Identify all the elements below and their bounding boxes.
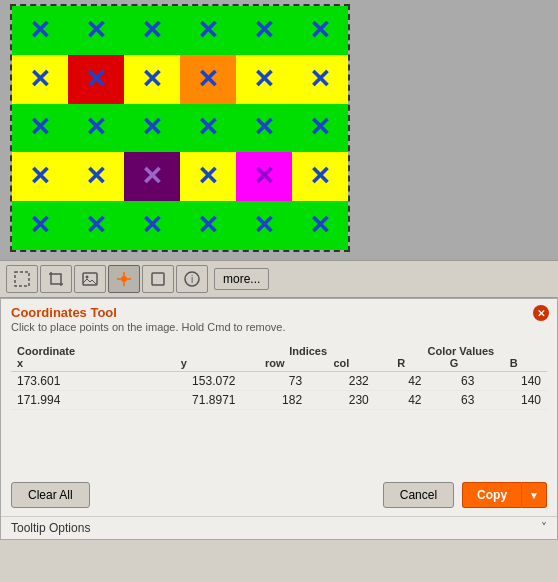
cell-2-2: ✕ (124, 104, 180, 153)
tooltip-options-label: Tooltip Options (11, 521, 541, 535)
cell-4-5: ✕ (292, 201, 348, 250)
clear-all-button[interactable]: Clear All (11, 482, 90, 508)
cell-r-1: 42 (375, 391, 428, 410)
cell-2-4: ✕ (236, 104, 292, 153)
indices-group-header: Indices (242, 343, 375, 357)
col-header-g: G (428, 357, 481, 372)
cell-1-5: ✕ (292, 55, 348, 104)
cell-0-4: ✕ (236, 6, 292, 55)
coordinates-table: Coordinate Indices Color Values x y row … (11, 343, 547, 410)
cell-y-0: 153.072 (126, 372, 241, 391)
cell-x-1: 171.994 (11, 391, 126, 410)
cell-0-5: ✕ (292, 6, 348, 55)
copy-dropdown-button[interactable]: ▼ (521, 482, 547, 508)
coordinate-group-header: Coordinate (11, 343, 242, 357)
cell-row-1: 182 (242, 391, 309, 410)
cell-2-5: ✕ (292, 104, 348, 153)
table-row: 173.601 153.072 73 232 42 63 140 (11, 372, 547, 391)
svg-rect-8 (152, 273, 164, 285)
cell-1-1: ✕ (68, 55, 124, 104)
col-header-x: x (11, 357, 126, 372)
col-header-col: col (308, 357, 375, 372)
shape-tool-button[interactable] (142, 265, 174, 293)
cell-2-1: ✕ (68, 104, 124, 153)
cell-row-0: 73 (242, 372, 309, 391)
cell-0-1: ✕ (68, 6, 124, 55)
cell-b-0: 140 (480, 372, 547, 391)
cell-g-1: 63 (428, 391, 481, 410)
close-button[interactable]: ✕ (533, 305, 549, 321)
table-row: 171.994 71.8971 182 230 42 63 140 (11, 391, 547, 410)
coordinates-tool-button[interactable] (108, 265, 140, 293)
cell-1-3: ✕ (180, 55, 236, 104)
cell-2-0: ✕ (12, 104, 68, 153)
cancel-button[interactable]: Cancel (383, 482, 454, 508)
crop-tool-button[interactable] (40, 265, 72, 293)
svg-point-3 (121, 276, 127, 282)
cell-1-2: ✕ (124, 55, 180, 104)
cell-col-1: 230 (308, 391, 375, 410)
svg-point-2 (86, 276, 89, 279)
image-canvas[interactable]: ✕ ✕ ✕ ✕ ✕ ✕ ✕ ✕ ✕ ✕ ✕ ✕ ✕ ✕ ✕ ✕ ✕ ✕ ✕ ✕ … (10, 4, 350, 252)
panel-subtitle: Click to place points on the image. Hold… (11, 321, 547, 333)
cell-4-1: ✕ (68, 201, 124, 250)
color-values-group-header: Color Values (375, 343, 547, 357)
cell-3-1: ✕ (68, 152, 124, 201)
cell-3-5: ✕ (292, 152, 348, 201)
cell-3-0: ✕ (12, 152, 68, 201)
coordinates-panel: Coordinates Tool Click to place points o… (0, 298, 558, 540)
image-tool-button[interactable] (74, 265, 106, 293)
right-buttons: Cancel Copy ▼ (383, 482, 547, 508)
cell-1-0: ✕ (12, 55, 68, 104)
cell-1-4: ✕ (236, 55, 292, 104)
copy-button-group: Copy ▼ (462, 482, 547, 508)
tooltip-options-arrow-icon: ˅ (541, 521, 547, 535)
cell-col-0: 232 (308, 372, 375, 391)
cell-b-1: 140 (480, 391, 547, 410)
copy-button[interactable]: Copy (462, 482, 521, 508)
cell-0-3: ✕ (180, 6, 236, 55)
more-button[interactable]: more... (214, 268, 269, 290)
selection-tool-button[interactable] (6, 265, 38, 293)
col-header-row: row (242, 357, 309, 372)
spacer (1, 414, 557, 474)
cell-4-4: ✕ (236, 201, 292, 250)
cell-3-2: ✕ (124, 152, 180, 201)
table-wrapper: Coordinate Indices Color Values x y row … (1, 335, 557, 414)
cell-x-0: 173.601 (11, 372, 126, 391)
cell-0-2: ✕ (124, 6, 180, 55)
panel-footer: Clear All Cancel Copy ▼ (1, 474, 557, 516)
svg-text:i: i (191, 274, 193, 285)
toolbar: i more... (0, 260, 558, 298)
panel-header: Coordinates Tool Click to place points o… (1, 299, 557, 335)
cell-3-3: ✕ (180, 152, 236, 201)
col-header-y: y (126, 357, 241, 372)
col-header-b: B (480, 357, 547, 372)
cell-4-3: ✕ (180, 201, 236, 250)
panel-title: Coordinates Tool (11, 305, 547, 320)
table-sub-header-row: x y row col R G B (11, 357, 547, 372)
cell-0-0: ✕ (12, 6, 68, 55)
cell-2-3: ✕ (180, 104, 236, 153)
cell-4-2: ✕ (124, 201, 180, 250)
info-tool-button[interactable]: i (176, 265, 208, 293)
image-grid: ✕ ✕ ✕ ✕ ✕ ✕ ✕ ✕ ✕ ✕ ✕ ✕ ✕ ✕ ✕ ✕ ✕ ✕ ✕ ✕ … (12, 6, 348, 250)
cell-r-0: 42 (375, 372, 428, 391)
cell-y-1: 71.8971 (126, 391, 241, 410)
svg-rect-0 (15, 272, 29, 286)
image-area: ✕ ✕ ✕ ✕ ✕ ✕ ✕ ✕ ✕ ✕ ✕ ✕ ✕ ✕ ✕ ✕ ✕ ✕ ✕ ✕ … (0, 0, 558, 260)
table-group-header-row: Coordinate Indices Color Values (11, 343, 547, 357)
col-header-r: R (375, 357, 428, 372)
cell-3-4: ✕ (236, 152, 292, 201)
cell-4-0: ✕ (12, 201, 68, 250)
cell-g-0: 63 (428, 372, 481, 391)
tooltip-options-row[interactable]: Tooltip Options ˅ (1, 516, 557, 539)
